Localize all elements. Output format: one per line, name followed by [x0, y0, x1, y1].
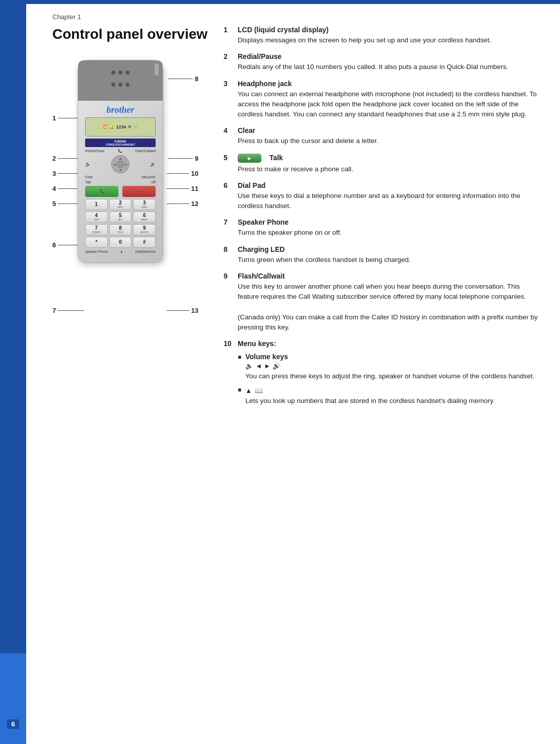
- key-0[interactable]: 0: [109, 237, 132, 248]
- item-8-body: Turns green when the cordless handset is…: [238, 255, 540, 265]
- page-layout: 6 Chapter 1 Control panel overview 1 2: [0, 0, 560, 744]
- vol-right-icon: 🔊: [150, 162, 156, 167]
- key-3[interactable]: 3DEF: [133, 199, 156, 210]
- clear-label: Clear: [85, 175, 93, 179]
- key-6[interactable]: 6MNO: [133, 212, 156, 223]
- item-6-header: 6 Dial Pad: [224, 181, 540, 189]
- right-arrow-icon: ►: [264, 362, 270, 370]
- item-5-header: 5 ► Talk: [224, 154, 540, 163]
- key-4[interactable]: 4GHI: [85, 212, 108, 223]
- volume-icons: 🔈 ◄ ► 🔊: [245, 362, 534, 370]
- callout-9: 9: [168, 155, 198, 162]
- left-sidebar: 6: [0, 0, 26, 744]
- speaker-high-icon: 🔊: [272, 362, 281, 370]
- talk-off-buttons: 📞 📵: [85, 186, 156, 197]
- bottom-buttons: Speaker Phone ● Hold/Intercom: [85, 250, 156, 253]
- item-6-body: Use these keys to dial a telephone numbe…: [238, 191, 540, 212]
- page-number-bar: 6: [0, 719, 26, 729]
- item-7: 7 Speaker Phone Turns the speaker phone …: [224, 218, 540, 238]
- item-1-header: 1 LCD (liquid crystal display): [224, 26, 540, 34]
- item-9: 9 Flash/Callwait Use this key to answer …: [224, 272, 540, 332]
- off-label: Off: [151, 180, 156, 184]
- left-arrow-icon: ◄: [255, 362, 262, 370]
- nav-cross[interactable]: ▲ ▼ ◄ ►: [111, 155, 129, 173]
- key-star[interactable]: *: [85, 237, 108, 248]
- item-9-body: Use this key to answer another phone cal…: [238, 282, 540, 332]
- callout-8: 8: [168, 75, 198, 83]
- item-4-body: Press to back up the cursor and delete a…: [238, 136, 540, 146]
- callout-11: 11: [167, 185, 198, 192]
- item-8: 8 Charging LED Turns green when the cord…: [224, 245, 540, 265]
- redial-label: Redial/Pause: [85, 149, 105, 153]
- key-1[interactable]: 1: [85, 199, 108, 210]
- item-5: 5 ► Talk Press to make or receive a phon…: [224, 154, 540, 174]
- phone-book-icon: 📖: [255, 387, 263, 394]
- item-8-header: 8 Charging LED: [224, 245, 540, 253]
- freq-badge: 5.8GHz CORDLESS HANDSET: [85, 139, 156, 147]
- talk-button-icon: ►: [238, 154, 261, 163]
- subitem-address: ■ ▲ 📖 Lets you look up numbers that are …: [238, 385, 540, 406]
- clear-menu-row: Clear Menu/OK: [85, 175, 156, 179]
- item-10-subitems: ■ Volume keys 🔈 ◄ ► 🔊 You c: [238, 353, 540, 407]
- brand-logo: brother: [83, 105, 158, 115]
- page-title: Control panel overview: [52, 26, 208, 43]
- talk-small-label: Talk: [85, 180, 91, 184]
- subitem-volume: ■ Volume keys 🔈 ◄ ► 🔊 You c: [238, 353, 540, 381]
- key-8[interactable]: 8TUV: [109, 224, 132, 235]
- keypad: 1 2ABC 3DEF 4GHI: [85, 199, 156, 248]
- key-7[interactable]: 7PQRS: [85, 224, 108, 235]
- item-7-header: 7 Speaker Phone: [224, 218, 540, 226]
- page-number: 6: [7, 719, 19, 729]
- callout-7: 7: [52, 307, 84, 314]
- nav-center-btn[interactable]: [117, 161, 124, 168]
- item-3: 3 Headphone jack You can connect an exte…: [224, 80, 540, 120]
- speaker-dots: [82, 64, 159, 75]
- item-1-body: Displays messages on the screen to help …: [238, 35, 540, 45]
- item-10: 10 Menu keys: ■ Volume keys 🔈: [224, 340, 540, 407]
- callout-10: 10: [167, 170, 198, 177]
- item-9-header: 9 Flash/Callwait: [224, 272, 540, 280]
- item-list: 1 LCD (liquid crystal display) Displays …: [224, 26, 540, 407]
- item-3-body: You can connect an external headphone wi…: [238, 89, 540, 120]
- main-content: Chapter 1 Control panel overview 1 2: [26, 0, 560, 744]
- top-bar: [26, 0, 560, 4]
- callout-13: 13: [167, 307, 198, 314]
- key-2[interactable]: 2ABC: [109, 199, 132, 210]
- sidebar-accent: [0, 653, 26, 744]
- phone-top-speaker: [78, 60, 163, 101]
- up-arrow-icon: ▲: [245, 387, 252, 394]
- charging-led-indicator: [155, 63, 159, 76]
- key-9[interactable]: 9WXYZ: [133, 224, 156, 235]
- speaker-dots-2: [82, 77, 159, 87]
- item-6: 6 Dial Pad Use these keys to dial a tele…: [224, 181, 540, 212]
- address-body: Lets you look up numbers that are stored…: [245, 396, 495, 406]
- lcd-status-icons: 📶 🔔 1234 ⊗ 🔋: [103, 124, 137, 129]
- key-hash[interactable]: #: [133, 237, 156, 248]
- hold-label: Hold/Intercom: [135, 250, 156, 253]
- phone-lcd: 📶 🔔 1234 ⊗ 🔋: [85, 117, 156, 137]
- flash-label: Flash/Callwait: [135, 149, 156, 153]
- item-2: 2 Redial/Pause Redials any of the last 1…: [224, 52, 540, 72]
- left-panel: Control panel overview 1 2 3: [52, 26, 208, 414]
- item-10-header: 10 Menu keys:: [224, 340, 540, 348]
- phone-body: brother 📶 🔔 1234 ⊗ 🔋: [78, 60, 163, 263]
- callout-12: 12: [167, 200, 198, 208]
- item-3-header: 3 Headphone jack: [224, 80, 540, 88]
- item-2-header: 2 Redial/Pause: [224, 52, 540, 60]
- chapter-label: Chapter 1: [52, 13, 560, 21]
- address-icons: ▲ 📖: [245, 387, 495, 394]
- volume-body: You can press these keys to adjust the r…: [245, 371, 534, 381]
- item-7-body: Turns the speaker phone on or off.: [238, 228, 540, 238]
- speaker-low-icon: 🔈: [245, 362, 253, 370]
- address-content: ▲ 📖 Lets you look up numbers that are st…: [245, 385, 495, 406]
- off-button[interactable]: 📵: [122, 186, 156, 197]
- talk-off-labels: Talk Off: [85, 180, 156, 184]
- content-area: Control panel overview 1 2 3: [26, 21, 560, 429]
- vol-left-icon: 🔈: [85, 162, 91, 167]
- function-keys-row: Redial/Pause 📞 Flash/Callwait: [85, 149, 156, 153]
- talk-button[interactable]: 📞: [85, 186, 118, 197]
- key-5[interactable]: 5JKL: [109, 212, 132, 223]
- speaker-label: Speaker Phone: [85, 250, 108, 253]
- phone-device: brother 📶 🔔 1234 ⊗ 🔋: [78, 60, 163, 263]
- volume-content: Volume keys 🔈 ◄ ► 🔊 You can press these …: [245, 353, 534, 381]
